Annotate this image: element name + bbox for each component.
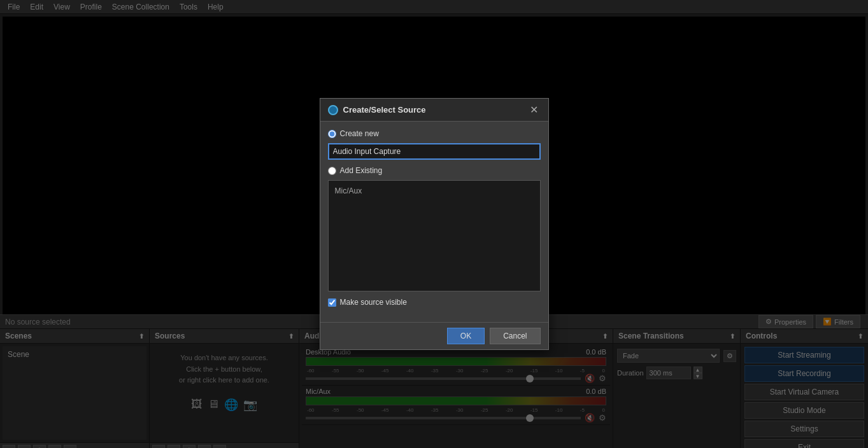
modal-overlay: Create/Select Source ✕ Create new Add Ex…	[0, 0, 868, 448]
create-new-label: Create new	[340, 129, 379, 138]
modal-titlebar: Create/Select Source ✕	[320, 99, 548, 122]
obs-logo-icon	[328, 105, 338, 115]
modal-ok-button[interactable]: OK	[447, 328, 485, 344]
make-visible-checkbox[interactable]	[328, 298, 336, 307]
source-name-input[interactable]	[328, 143, 541, 160]
existing-source-item[interactable]: Mic/Aux	[332, 185, 536, 197]
modal-cancel-button[interactable]: Cancel	[490, 328, 540, 344]
add-existing-row: Add Existing	[328, 166, 541, 175]
make-visible-label: Make source visible	[340, 298, 407, 307]
create-select-source-modal: Create/Select Source ✕ Create new Add Ex…	[320, 98, 549, 350]
existing-sources-list[interactable]: Mic/Aux	[328, 180, 541, 291]
add-existing-radio[interactable]	[328, 167, 336, 175]
add-existing-label: Add Existing	[340, 166, 383, 175]
modal-body: Create new Add Existing Mic/Aux Make sou…	[320, 122, 548, 322]
create-new-row: Create new	[328, 129, 541, 138]
create-new-radio[interactable]	[328, 130, 336, 138]
make-visible-row: Make source visible	[328, 298, 541, 307]
modal-close-button[interactable]: ✕	[527, 104, 541, 116]
modal-footer: OK Cancel	[320, 322, 548, 349]
modal-title: Create/Select Source	[343, 105, 426, 115]
modal-title-area: Create/Select Source	[328, 105, 426, 115]
